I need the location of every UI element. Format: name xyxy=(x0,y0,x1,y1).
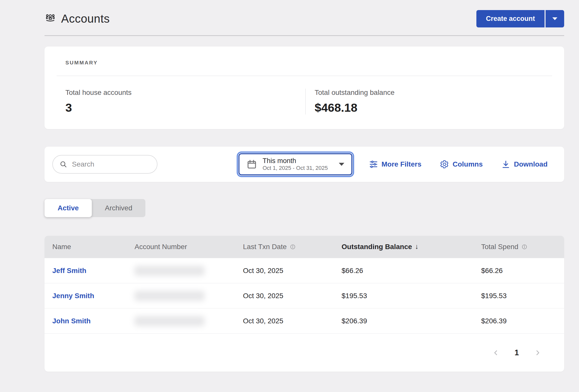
download-button[interactable]: Download xyxy=(501,160,548,169)
column-header-name[interactable]: Name xyxy=(45,243,127,251)
account-number-redacted xyxy=(135,266,204,276)
tab-archived[interactable]: Archived xyxy=(92,199,145,217)
sliders-icon xyxy=(369,160,378,169)
column-header-last-txn-date[interactable]: Last Txn Date xyxy=(235,243,334,251)
account-number-redacted xyxy=(135,316,204,326)
create-account-split-button: Create account xyxy=(476,10,564,27)
chevron-down-icon xyxy=(552,17,557,20)
table-row: John Smith Oct 30, 2025 $206.39 $206.39 xyxy=(45,308,564,333)
outstanding-balance: $195.53 xyxy=(342,292,367,300)
status-tabs: Active Archived xyxy=(45,199,145,217)
download-label: Download xyxy=(514,160,548,168)
download-icon xyxy=(501,160,510,169)
create-account-dropdown-button[interactable] xyxy=(546,10,564,27)
column-header-outstanding-balance[interactable]: Outstanding Balance ↓ xyxy=(334,243,473,251)
date-range-label: This month xyxy=(263,157,328,165)
account-number-redacted xyxy=(135,291,204,301)
column-header-account-number[interactable]: Account Number xyxy=(127,243,235,251)
summary-heading: SUMMARY xyxy=(65,60,564,66)
info-icon[interactable] xyxy=(521,244,527,250)
last-txn-date: Oct 30, 2025 xyxy=(243,317,283,325)
gear-icon xyxy=(440,160,449,169)
calendar-icon xyxy=(246,159,257,170)
create-account-button[interactable]: Create account xyxy=(476,10,545,27)
chevron-right-icon xyxy=(533,348,542,357)
people-group-icon xyxy=(45,13,56,24)
metric-value: 3 xyxy=(65,101,305,114)
table-row: Jeff Smith Oct 30, 2025 $66.26 $66.26 xyxy=(45,258,564,283)
more-filters-button[interactable]: More Filters xyxy=(369,160,422,169)
columns-button[interactable]: Columns xyxy=(440,160,483,169)
metric-total-house-accounts: Total house accounts 3 xyxy=(45,89,305,114)
next-page-button[interactable] xyxy=(533,348,542,357)
date-range-picker[interactable]: This month Oct 1, 2025 - Oct 31, 2025 xyxy=(238,153,352,175)
header-divider xyxy=(45,35,564,36)
search-input[interactable] xyxy=(72,160,150,168)
outstanding-balance: $206.39 xyxy=(342,317,367,325)
table-header-row: Name Account Number Last Txn Date Outsta… xyxy=(45,236,564,258)
account-name-link[interactable]: John Smith xyxy=(52,317,91,325)
metric-total-outstanding-balance: Total outstanding balance $468.18 xyxy=(305,89,564,114)
total-spend: $206.39 xyxy=(481,317,507,325)
metric-label: Total house accounts xyxy=(65,89,305,97)
sort-desc-icon: ↓ xyxy=(415,243,419,251)
pagination: 1 xyxy=(45,333,564,372)
info-icon[interactable] xyxy=(290,244,296,250)
metric-value: $468.18 xyxy=(315,101,564,114)
last-txn-date: Oct 30, 2025 xyxy=(243,267,283,275)
filter-bar: This month Oct 1, 2025 - Oct 31, 2025 Mo… xyxy=(45,147,564,182)
more-filters-label: More Filters xyxy=(382,160,422,168)
column-header-total-spend[interactable]: Total Spend xyxy=(473,243,564,251)
page-header: Accounts Create account xyxy=(45,10,564,28)
tab-active[interactable]: Active xyxy=(45,199,92,217)
current-page-number: 1 xyxy=(515,348,519,357)
search-box xyxy=(52,155,157,174)
chevron-down-icon xyxy=(339,163,344,166)
filter-actions: More Filters Columns Download xyxy=(369,160,548,169)
date-range-texts: This month Oct 1, 2025 - Oct 31, 2025 xyxy=(263,157,328,171)
total-spend: $195.53 xyxy=(481,292,507,300)
prev-page-button[interactable] xyxy=(491,348,500,357)
chevron-left-icon xyxy=(491,348,500,357)
metric-label: Total outstanding balance xyxy=(315,89,564,97)
date-range-value: Oct 1, 2025 - Oct 31, 2025 xyxy=(263,165,328,171)
summary-divider xyxy=(57,76,552,76)
last-txn-date: Oct 30, 2025 xyxy=(243,292,283,300)
outstanding-balance: $66.26 xyxy=(342,267,363,275)
account-name-link[interactable]: Jeff Smith xyxy=(52,267,86,275)
account-name-link[interactable]: Jenny Smith xyxy=(52,292,94,300)
total-spend: $66.26 xyxy=(481,267,503,275)
columns-label: Columns xyxy=(452,160,483,168)
page-title: Accounts xyxy=(61,12,110,25)
page-content: Accounts Create account SUMMARY Total ho… xyxy=(45,10,564,372)
summary-card: SUMMARY Total house accounts 3 Total out… xyxy=(45,47,564,129)
magnifier-icon xyxy=(59,160,67,168)
accounts-table: Name Account Number Last Txn Date Outsta… xyxy=(45,236,564,372)
table-row: Jenny Smith Oct 30, 2025 $195.53 $195.53 xyxy=(45,283,564,308)
summary-metrics: Total house accounts 3 Total outstanding… xyxy=(45,89,564,114)
